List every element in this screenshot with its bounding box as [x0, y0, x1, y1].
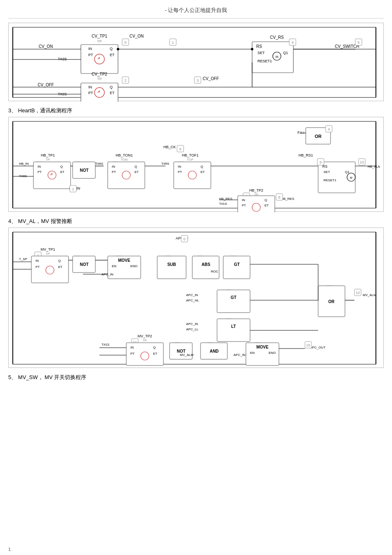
svg-text:CV_ON: CV_ON [130, 34, 144, 38]
svg-text:ET: ET [60, 170, 64, 174]
svg-text:T#6S: T#6S [95, 162, 103, 166]
svg-text:HB_ALM: HB_ALM [368, 165, 380, 168]
svg-text:MOVE: MOVE [118, 258, 130, 263]
svg-text:APC_OUT: APC_OUT [310, 346, 326, 349]
svg-text:PT: PT [35, 265, 40, 269]
svg-text:T#1S: T#1S [102, 343, 109, 346]
svg-point-55 [117, 48, 119, 50]
svg-text:Fau: Fau [298, 130, 304, 135]
svg-text:9: 9 [319, 160, 321, 164]
diagram-cv: 0 CV_TP1 TP IN PT Q ET CV_ON T#2S CV_ON … [8, 23, 384, 101]
svg-text:3: 3 [196, 78, 198, 83]
svg-text:HB_TON1: HB_TON1 [116, 153, 132, 157]
svg-text:10: 10 [360, 160, 364, 164]
svg-rect-182 [157, 256, 186, 279]
svg-text:HB_TP1: HB_TP1 [41, 153, 55, 157]
svg-text:ET: ET [153, 352, 157, 356]
svg-text:OR: OR [315, 134, 322, 139]
svg-text:T#5S: T#5S [161, 162, 169, 166]
svg-text:Q: Q [264, 198, 267, 202]
svg-text:CV_ON: CV_ON [39, 44, 53, 49]
svg-text:M: M [276, 55, 279, 59]
svg-text:Q1: Q1 [345, 170, 349, 174]
svg-text:SUB: SUB [167, 262, 176, 267]
svg-text:HB_TOF1: HB_TOF1 [182, 153, 198, 157]
svg-text:IN: IN [130, 346, 134, 349]
svg-text:10: 10 [356, 291, 360, 295]
svg-text:Q: Q [135, 165, 137, 168]
svg-text:TP: TP [46, 158, 50, 161]
svg-text:T_SP: T_SP [19, 257, 27, 261]
svg-text:APC_IN: APC_IN [186, 293, 198, 297]
svg-text:HB_TP2: HB_TP2 [249, 188, 263, 192]
svg-text:IN: IN [242, 198, 245, 202]
svg-text:APC_LL: APC_LL [186, 327, 198, 331]
svg-text:TP: TP [97, 77, 102, 81]
svg-text:ET: ET [110, 53, 115, 57]
svg-text:HB_RS1: HB_RS1 [298, 153, 313, 157]
svg-text:PT: PT [88, 91, 93, 95]
svg-rect-190 [223, 256, 250, 279]
svg-text:CV_OFF: CV_OFF [38, 83, 54, 87]
svg-text:GT: GT [231, 295, 236, 300]
svg-text:2: 2 [124, 78, 126, 83]
svg-text:HB_CK: HB_CK [163, 145, 176, 149]
svg-text:NOT: NOT [80, 168, 88, 173]
svg-text:CV_TP2: CV_TP2 [92, 72, 107, 76]
svg-text:PT: PT [242, 204, 246, 207]
svg-text:APC_HL: APC_HL [186, 299, 199, 302]
svg-text:Q: Q [58, 259, 61, 263]
svg-text:15: 15 [306, 343, 310, 347]
svg-text:TP: TP [143, 339, 147, 342]
svg-text:LT: LT [231, 324, 236, 329]
svg-text:4: 4 [291, 40, 293, 45]
section5-title: 5、 MV_SW， MV 开关切换程序 [8, 374, 384, 381]
svg-text:IN: IN [35, 259, 39, 263]
svg-text:TP: TP [46, 252, 50, 256]
svg-text:5: 5 [357, 40, 359, 45]
svg-text:PT: PT [130, 352, 135, 356]
svg-text:HB_IN: HB_IN [19, 162, 29, 166]
svg-text:Q1: Q1 [283, 51, 288, 55]
svg-text:0: 0 [183, 237, 185, 241]
svg-text:0: 0 [124, 40, 126, 45]
svg-text:ET: ET [58, 265, 62, 269]
svg-text:HB_RES: HB_RES [281, 197, 294, 201]
svg-text:T#1S: T#1S [219, 202, 227, 206]
svg-text:CV_OFF: CV_OFF [203, 76, 219, 81]
svg-text:Q: Q [60, 165, 63, 168]
svg-text:TP: TP [97, 39, 102, 43]
svg-text:MV_TP1: MV_TP1 [40, 247, 55, 251]
svg-text:ENO: ENO [130, 264, 137, 268]
svg-text:MV_ALM: MV_ALM [180, 353, 194, 357]
svg-text:MV_TP2: MV_TP2 [137, 334, 152, 338]
svg-text:Q: Q [110, 85, 113, 89]
svg-text:Q: Q [201, 165, 203, 168]
svg-rect-195 [217, 290, 250, 313]
svg-text:IN: IN [112, 165, 115, 168]
section4-title: 4、 MV_AL，MV 报警推断 [8, 218, 384, 225]
svg-text:ROC: ROC [211, 270, 218, 273]
svg-text:RESET1: RESET1 [257, 59, 272, 63]
svg-text:ABS: ABS [201, 262, 210, 267]
svg-text:M: M [350, 176, 352, 179]
svg-text:PT: PT [88, 53, 93, 57]
diagram-mv-al: APC_O 0 MV_TP1 TP 1 IN PT Q ET T_SP 2 NO… [8, 228, 384, 368]
svg-text:IN: IN [178, 165, 181, 168]
svg-text:TOF: TOF [187, 158, 194, 161]
svg-text:ENO: ENO [269, 351, 276, 355]
svg-point-56 [251, 48, 253, 50]
svg-text:ET: ET [110, 91, 115, 95]
svg-text:TON: TON [121, 158, 128, 161]
svg-text:CV_TP1: CV_TP1 [92, 34, 107, 38]
svg-text:IN: IN [88, 47, 92, 51]
svg-text:IN: IN [38, 165, 41, 168]
svg-text:RESET1: RESET1 [324, 178, 337, 182]
svg-text:Q: Q [153, 346, 156, 349]
svg-text:ET: ET [135, 170, 139, 174]
svg-text:MOVE: MOVE [256, 345, 269, 349]
svg-text:AND: AND [210, 349, 219, 353]
svg-text:CV_RS: CV_RS [270, 35, 284, 40]
svg-text:ET: ET [201, 170, 205, 174]
svg-text:1: 1 [172, 40, 174, 45]
